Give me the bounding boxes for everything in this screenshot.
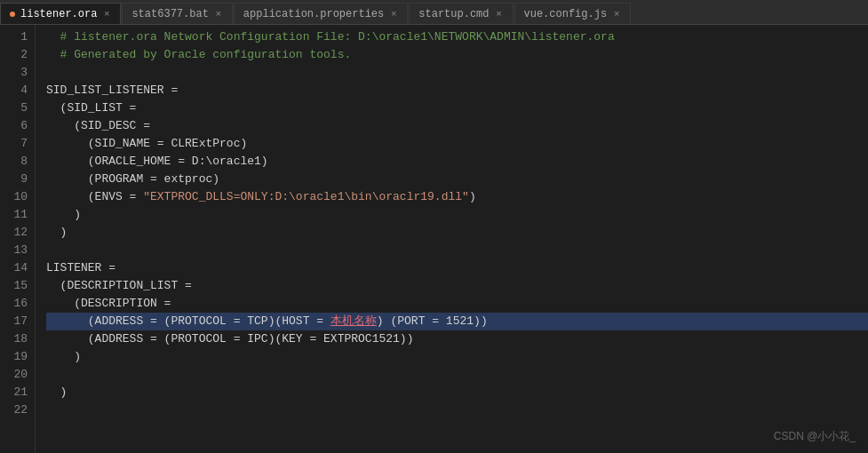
code-line-6: (SID_DESC =	[46, 117, 868, 135]
tab-bar: listener.ora × stat6377.bat × applicatio…	[0, 0, 868, 25]
tab-label: stat6377.bat	[131, 8, 208, 20]
tab-close-stat[interactable]: ×	[212, 8, 225, 20]
code-line-9: (PROGRAM = extproc)	[46, 171, 868, 188]
code-line-17: (ADDRESS = (PROTOCOL = TCP)(HOST = 本机名称)…	[46, 313, 868, 330]
tab-close-application[interactable]: ×	[387, 8, 400, 20]
tab-label: application.properties	[243, 8, 384, 20]
tab-close-listener[interactable]: ×	[100, 8, 113, 20]
tab-vue[interactable]: vue.config.js ×	[514, 3, 632, 24]
code-line-21: )	[46, 384, 868, 401]
line-numbers: 12345 678910 1112131415 1617181920 2122	[0, 25, 36, 453]
tab-label: startup.cmd	[418, 8, 489, 20]
editor-area: 12345 678910 1112131415 1617181920 2122 …	[0, 25, 868, 453]
tab-stat[interactable]: stat6377.bat ×	[122, 3, 232, 24]
comment-1: # listener.ora Network Configuration Fil…	[46, 28, 615, 46]
code-line-3	[46, 64, 868, 82]
code-line-8: (ORACLE_HOME = D:\oracle1)	[46, 153, 868, 171]
code-line-19: )	[46, 348, 868, 366]
code-line-16: (DESCRIPTION =	[46, 295, 868, 313]
watermark: CSDN @小小花_	[774, 429, 856, 444]
tab-listener[interactable]: listener.ora ×	[0, 3, 121, 24]
code-line-13	[46, 242, 868, 259]
code-line-10: (ENVS = "EXTPROC_DLLS=ONLY:D:\oracle1\bi…	[46, 188, 868, 206]
code-line-14: LISTENER =	[46, 259, 868, 277]
tab-startup[interactable]: startup.cmd ×	[409, 3, 513, 24]
code-line-5: (SID_LIST =	[46, 99, 868, 117]
code-line-22	[46, 401, 868, 419]
code-line-2: # Generated by Oracle configuration tool…	[46, 46, 868, 64]
code-line-7: (SID_NAME = CLRExtProc)	[46, 135, 868, 153]
code-line-18: (ADDRESS = (PROTOCOL = IPC)(KEY = EXTPRO…	[46, 330, 868, 348]
tab-application[interactable]: application.properties ×	[234, 3, 408, 24]
code-line-11: )	[46, 206, 868, 224]
code-line-1: # listener.ora Network Configuration Fil…	[46, 28, 868, 46]
tab-label: vue.config.js	[524, 8, 608, 20]
tab-close-vue[interactable]: ×	[610, 8, 623, 20]
code-content: # listener.ora Network Configuration Fil…	[36, 25, 868, 453]
code-line-20	[46, 366, 868, 384]
tab-label: listener.ora	[20, 8, 97, 20]
comment-2: # Generated by Oracle configuration tool…	[46, 46, 351, 64]
code-line-4: SID_LIST_LISTENER =	[46, 82, 868, 99]
modified-dot	[10, 12, 15, 17]
code-line-15: (DESCRIPTION_LIST =	[46, 277, 868, 295]
code-line-12: )	[46, 224, 868, 242]
host-link[interactable]: 本机名称	[330, 313, 377, 330]
tab-close-startup[interactable]: ×	[493, 8, 506, 20]
